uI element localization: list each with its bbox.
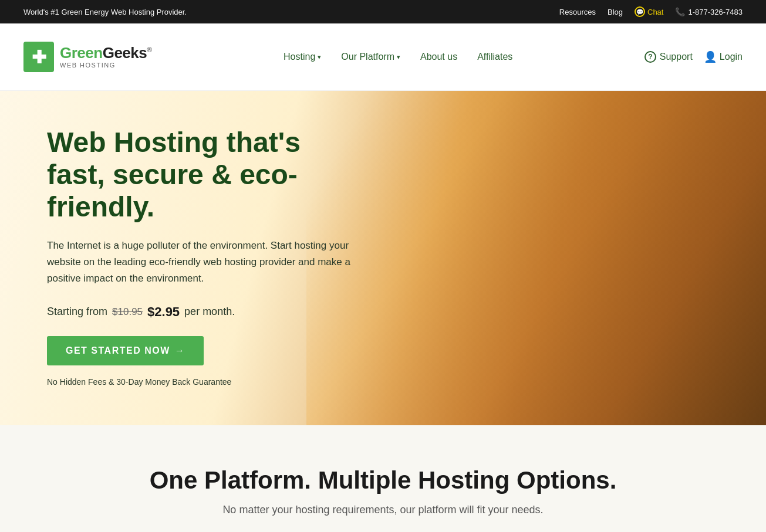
platform-subtext: No matter your hosting requirements, our…	[23, 504, 743, 516]
logo-brand: GreenGeeks®	[60, 45, 152, 60]
nav-aboutus[interactable]: About us	[413, 47, 464, 67]
pricing-suffix: per month.	[184, 306, 235, 318]
nav-links: Hosting ▾ Our Platform ▾ About us Affili…	[276, 47, 519, 67]
resources-link[interactable]: Resources	[559, 8, 596, 16]
sale-price: $2.95	[147, 304, 180, 320]
logo-text: GreenGeeks® WEB HOSTING	[60, 45, 152, 69]
phone-icon: 📞	[675, 7, 685, 16]
login-link[interactable]: 👤 Login	[704, 51, 743, 63]
support-link[interactable]: ? Support	[644, 51, 693, 63]
nav-platform[interactable]: Our Platform ▾	[334, 47, 407, 67]
cta-arrow: →	[175, 345, 185, 356]
nav-affiliates[interactable]: Affiliates	[470, 47, 519, 67]
hero-content: Web Hosting that's fast, secure & eco-fr…	[0, 91, 387, 410]
hero-description: The Internet is a huge polluter of the e…	[47, 238, 364, 287]
blog-link[interactable]: Blog	[608, 8, 623, 16]
nav-hosting[interactable]: Hosting ▾	[276, 47, 328, 67]
hero-heading: Web Hosting that's fast, secure & eco-fr…	[47, 126, 364, 223]
cta-button[interactable]: GET STARTED NOW →	[47, 336, 204, 365]
logo-sub: WEB HOSTING	[60, 62, 152, 69]
pricing-prefix: Starting from	[47, 306, 107, 318]
original-price: $10.95	[112, 306, 143, 318]
top-bar-right: Resources Blog 💬 Chat 📞 1-877-326-7483	[559, 6, 743, 17]
guarantee-text: No Hidden Fees & 30-Day Money Back Guara…	[47, 377, 364, 387]
phone-number: 1-877-326-7483	[688, 8, 743, 16]
tagline: World's #1 Green Energy Web Hosting Prov…	[23, 8, 187, 16]
hero-section: Web Hosting that's fast, secure & eco-fr…	[0, 91, 766, 425]
top-bar: World's #1 Green Energy Web Hosting Prov…	[0, 0, 766, 23]
chat-icon: 💬	[635, 6, 645, 17]
main-nav: ✚ GreenGeeks® WEB HOSTING Hosting ▾ Our …	[0, 23, 766, 91]
chat-link[interactable]: 💬 Chat	[635, 6, 663, 17]
hosting-chevron: ▾	[318, 53, 321, 61]
support-icon: ?	[644, 51, 656, 63]
phone-link[interactable]: 📞 1-877-326-7483	[675, 7, 743, 16]
nav-right: ? Support 👤 Login	[644, 51, 743, 63]
login-icon: 👤	[704, 51, 716, 63]
platform-chevron: ▾	[397, 53, 400, 61]
chat-label: Chat	[647, 8, 663, 16]
pricing-line: Starting from $10.95 $2.95 per month.	[47, 304, 364, 320]
cta-label: GET STARTED NOW	[66, 345, 170, 356]
platform-heading: One Platform. Multiple Hosting Options.	[23, 466, 743, 494]
platform-section: One Platform. Multiple Hosting Options. …	[0, 425, 766, 532]
logo[interactable]: ✚ GreenGeeks® WEB HOSTING	[23, 42, 152, 72]
logo-icon: ✚	[23, 42, 54, 72]
